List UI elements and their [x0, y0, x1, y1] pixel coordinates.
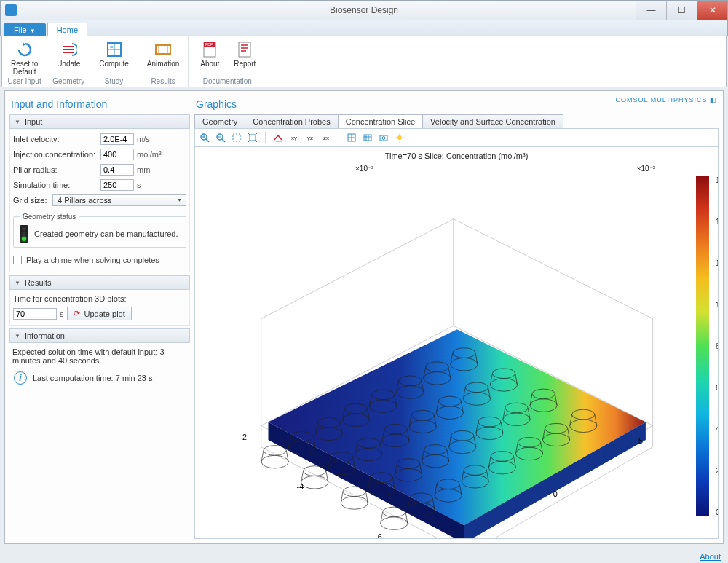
section-results-head[interactable]: ▼ Results: [9, 275, 190, 290]
inlet-velocity-input[interactable]: [100, 133, 134, 145]
geometry-status-legend: Geometry status: [20, 213, 79, 221]
minimize-button[interactable]: —: [636, 1, 666, 20]
tab-concentration-slice[interactable]: Concentration Slice: [338, 114, 422, 129]
update-icon: [60, 41, 77, 58]
colorbar: 16 14 12 10 8 6 4 2 0: [696, 176, 709, 516]
svg-text:PDF: PDF: [205, 42, 213, 47]
window-title: Biosensor Design: [330, 5, 398, 15]
about-button[interactable]: PDF About: [193, 39, 226, 69]
file-menu[interactable]: File▼: [4, 23, 46, 36]
about-link[interactable]: About: [700, 552, 721, 561]
sim-time-input[interactable]: [100, 179, 134, 191]
time-3d-label: Time for concentration 3D plots:: [13, 294, 186, 303]
svg-point-145: [341, 497, 368, 510]
axis-exponent-right: ×10⁻³: [637, 165, 655, 173]
svg-rect-6: [239, 42, 250, 57]
injection-conc-label: Injection concentration:: [13, 150, 98, 159]
animation-label: Animation: [147, 60, 179, 68]
sim-time-unit: s: [137, 181, 141, 189]
zoom-in-icon[interactable]: [198, 131, 211, 144]
compute-icon: =: [106, 41, 123, 58]
pillar-radius-label: Pillar radius:: [13, 165, 98, 174]
compute-button[interactable]: = Compute: [95, 39, 133, 69]
data-icon[interactable]: [361, 131, 374, 144]
view-yz-icon[interactable]: yz: [304, 131, 317, 144]
chime-checkbox[interactable]: [13, 256, 22, 264]
zoom-box-icon[interactable]: [230, 131, 243, 144]
report-icon: [236, 41, 253, 58]
tab-concentration-probes[interactable]: Concentration Probes: [245, 114, 337, 129]
svg-line-139: [261, 450, 264, 462]
left-panel-title: Input and Information: [9, 95, 190, 114]
expected-solution-text: Expected solution time with default inpu…: [12, 347, 187, 365]
info-icon: i: [14, 371, 27, 385]
ribbon-group-user-input: Reset to Default User Input: [2, 36, 47, 87]
reset-icon: [16, 41, 33, 58]
update-plot-label: Update plot: [84, 310, 125, 318]
view-zx-icon[interactable]: zx: [320, 131, 333, 144]
zoom-out-icon[interactable]: [214, 131, 227, 144]
chevron-down-icon: ▼: [15, 280, 20, 286]
svg-point-142: [304, 466, 326, 476]
plot-area[interactable]: Time=70 s Slice: Concentration (mol/m³) …: [194, 147, 719, 539]
close-button[interactable]: ✕: [697, 1, 727, 20]
tab-geometry[interactable]: Geometry: [194, 114, 245, 129]
injection-conc-input[interactable]: [100, 149, 134, 160]
animation-button[interactable]: Animation: [143, 39, 183, 69]
update-plot-button[interactable]: ⟳ Update plot: [67, 307, 132, 320]
svg-point-19: [382, 137, 385, 140]
injection-conc-unit: mol/m³: [137, 150, 162, 159]
ribbon-group-geometry: Update Geometry: [47, 36, 90, 87]
group-label-study: Study: [105, 77, 124, 85]
time-3d-unit: s: [60, 310, 64, 318]
chime-label: Play a chime when solving completes: [26, 256, 159, 264]
reset-to-default-button[interactable]: Reset to Default: [7, 39, 42, 77]
section-info-body: Expected solution time with default inpu…: [9, 343, 190, 392]
axis-tick: 0: [553, 489, 558, 498]
chevron-down-icon: ▼: [15, 119, 20, 125]
report-button[interactable]: Report: [228, 39, 261, 69]
view-xy-icon[interactable]: xy: [288, 131, 301, 144]
geometry-status-text: Created geometry can be manufactured.: [34, 229, 178, 238]
light-icon[interactable]: [393, 131, 406, 144]
tab-velocity-surface[interactable]: Velocity and Surface Concentration: [422, 114, 563, 129]
axis-tick: -6: [375, 532, 382, 539]
svg-point-150: [383, 507, 405, 517]
default-view-icon[interactable]: [272, 131, 285, 144]
zoom-extents-icon[interactable]: [246, 131, 259, 144]
section-info-head[interactable]: ▼ Information: [9, 328, 190, 343]
svg-point-137: [261, 455, 288, 468]
section-input-body: Inlet velocity: m/s Injection concentrat…: [9, 129, 190, 272]
maximize-button[interactable]: ☐: [666, 1, 697, 20]
svg-line-147: [341, 492, 343, 503]
svg-point-141: [301, 476, 328, 489]
grid-size-select[interactable]: 4 Pillars across: [52, 194, 186, 206]
pillar-radius-input[interactable]: [100, 164, 134, 176]
section-info-label: Information: [25, 331, 65, 340]
about-label: About: [200, 60, 219, 68]
time-3d-input[interactable]: [13, 308, 57, 320]
group-label-user-input: User Input: [8, 77, 41, 85]
svg-line-151: [381, 512, 383, 524]
app-icon: [5, 4, 17, 16]
svg-point-20: [397, 135, 402, 140]
last-computation-text: Last computation time: 7 min 23 s: [33, 374, 152, 382]
inlet-velocity-label: Inlet velocity:: [13, 135, 98, 143]
footer: About: [0, 548, 728, 563]
brand-logo: COMSOL MULTIPHYSICS ◧: [615, 95, 719, 104]
refresh-icon: ⟳: [74, 309, 80, 318]
ribbon: Reset to Default User Input Update Geome…: [1, 36, 727, 87]
graphics-title: Graphics: [194, 95, 238, 114]
camera-icon[interactable]: [377, 131, 390, 144]
svg-rect-17: [364, 135, 371, 141]
axis-exponent-left: ×10⁻³: [355, 165, 373, 173]
section-input-head[interactable]: ▼ Input: [9, 114, 190, 129]
grid-icon[interactable]: [345, 131, 358, 144]
report-label: Report: [234, 60, 256, 68]
titlebar: Biosensor Design — ☐ ✕: [0, 0, 728, 20]
section-results-label: Results: [25, 278, 52, 287]
sim-time-label: Simulation time:: [13, 181, 98, 189]
update-button[interactable]: Update: [52, 39, 85, 69]
file-menu-label: File: [14, 25, 27, 34]
tab-home[interactable]: Home: [47, 23, 87, 36]
